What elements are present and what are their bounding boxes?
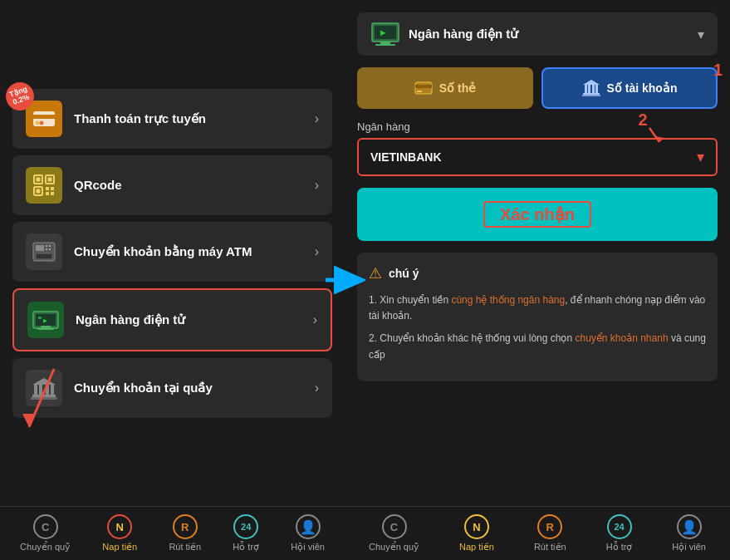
menu-item-label-tai-quay: Chuyển khoản tại quầy [74, 381, 315, 395]
menu-item-label-qrcode: QRcode [74, 178, 315, 192]
menu-item-atm[interactable]: Chuyển khoản bằng máy ATM › [12, 222, 332, 282]
menu-item-label-atm: Chuyển khoản bằng máy ATM [74, 244, 315, 259]
notice-item-1-before: Xin chuyển tiền [380, 294, 451, 306]
nav-chuyen-quy-left[interactable]: C Chuyển quỹ [20, 514, 71, 553]
notice-title: ⚠ chú ý [369, 264, 706, 282]
nav-label-chuyen-quy-right: Chuyển quỹ [369, 542, 419, 553]
svg-rect-12 [46, 192, 49, 195]
confirm-button-label: Xác nhận [483, 201, 591, 228]
bottom-nav-left: C Chuyển quỹ N Nap tiền R Rút tiền 24 Hỗ… [0, 506, 345, 560]
svg-rect-13 [51, 192, 54, 195]
nav-icon-chuyen-quy-right: C [382, 514, 407, 539]
svg-text:▶: ▶ [43, 318, 47, 323]
nav-hoi-vien-left[interactable]: 👤 Hội viên [291, 514, 325, 553]
warning-icon: ⚠ [369, 264, 382, 282]
svg-rect-40 [380, 42, 390, 44]
nav-ho-tro-left[interactable]: 24 Hỗ trợ [233, 514, 259, 553]
nav-hoi-vien-right[interactable]: 👤 Hội viên [672, 514, 706, 553]
svg-rect-45 [417, 91, 422, 92]
nav-nap-tien-left[interactable]: N Nap tiền [102, 514, 137, 553]
nav-icon-nap-tien-left: N [107, 514, 132, 539]
svg-rect-32 [32, 395, 56, 397]
menu-item-tai-quay[interactable]: Chuyển khoản tại quầy › [12, 358, 332, 418]
svg-rect-39 [375, 26, 396, 39]
svg-rect-19 [49, 248, 51, 250]
nav-rut-tien-left[interactable]: R Rút tiền [169, 514, 201, 553]
dropdown-arrow-icon: ▾ [698, 27, 704, 42]
nav-label-hoi-vien-right: Hội viên [672, 542, 706, 553]
nav-label-ho-tro-right: Hỗ trợ [606, 542, 633, 553]
notice-item-2: 2. Chuyển khoản khác hệ thống vui lòng c… [369, 331, 706, 362]
nav-icon-ho-tro-left: 24 [233, 514, 258, 539]
svg-rect-33 [31, 397, 57, 400]
nav-label-chuyen-quy-left: Chuyển quỹ [20, 542, 71, 553]
nav-label-nap-tien-right: Nap tiền [459, 542, 494, 553]
bank-field-label: Ngân hàng [357, 120, 718, 133]
confirm-button[interactable]: Xác nhận [357, 188, 718, 241]
menu-item-icon-tai-quay [26, 370, 62, 406]
arrow-icon-thanh-toan: › [315, 111, 319, 126]
svg-rect-51 [583, 93, 600, 95]
menu-item-label-ngan-hang: Ngân hàng điện tử [76, 312, 313, 327]
notice-box: ⚠ chú ý 1. Xin chuyển tiền cùng hệ thống… [357, 253, 718, 381]
laptop-icon: ▶ [370, 22, 400, 46]
arrow-icon-ngan-hang: › [313, 312, 317, 327]
nav-nap-tien-right[interactable]: N Nap tiền [459, 514, 494, 553]
svg-rect-49 [592, 85, 595, 93]
tab-so-the[interactable]: Số thẻ [357, 67, 533, 109]
menu-item-thanh-toan[interactable]: Tặng0.2% Thanh toán trực tuyến › [12, 89, 332, 149]
svg-rect-20 [36, 253, 52, 259]
nav-rut-tien-right[interactable]: R Rút tiền [534, 514, 566, 553]
notice-item-1-highlight: cùng hệ thống ngân hàng [451, 294, 565, 306]
arrow-icon-tai-quay: › [315, 381, 319, 395]
notice-item-1: 1. Xin chuyển tiền cùng hệ thống ngân hà… [369, 292, 706, 324]
app-container: Tặng0.2% Thanh toán trực tuyến › [0, 0, 730, 560]
svg-rect-25 [38, 317, 42, 319]
tab-so-tai-khoan[interactable]: Số tài khoản 1 [541, 67, 718, 109]
nav-icon-rut-tien-left: R [173, 514, 198, 539]
menu-item-icon-qrcode [26, 167, 62, 204]
svg-rect-7 [48, 177, 52, 181]
svg-rect-50 [595, 85, 598, 93]
tab-so-tai-khoan-label: Số tài khoản [607, 81, 678, 95]
svg-rect-41 [375, 44, 395, 46]
svg-rect-18 [46, 248, 47, 250]
menu-item-icon-atm [26, 233, 62, 270]
right-content: ▶ Ngân hàng điện tử ▾ Số thẻ [345, 0, 730, 506]
bank-select-wrapper: VIETINBANK ▾ 2 [357, 138, 718, 176]
menu-item-ngan-hang[interactable]: ▶ Ngân hàng điện tử › [12, 288, 332, 351]
svg-point-3 [40, 120, 44, 125]
svg-rect-17 [49, 245, 51, 247]
nav-chuyen-quy-right[interactable]: C Chuyển quỹ [369, 514, 419, 553]
tab-row: Số thẻ Số tài khoản 1 [357, 67, 718, 109]
notice-item-2-before: Chuyển khoản khác hệ thống vui lòng chọn [380, 332, 575, 344]
menu-item-label-thanh-toan: Thanh toán trực tuyến [74, 111, 315, 126]
nav-ho-tro-right[interactable]: 24 Hỗ trợ [606, 514, 633, 553]
tab-so-the-label: Số thẻ [439, 81, 476, 95]
nav-label-nap-tien-left: Nap tiền [102, 542, 137, 553]
nav-label-rut-tien-right: Rút tiền [534, 542, 566, 553]
menu-item-icon-ngan-hang: ▶ [27, 302, 64, 338]
svg-rect-16 [46, 245, 47, 247]
menu-list: Tặng0.2% Thanh toán trực tuyến › [0, 0, 345, 506]
svg-rect-48 [588, 85, 590, 93]
arrow-icon-qrcode: › [315, 178, 319, 193]
bank-select[interactable]: VIETINBANK ▾ [357, 138, 718, 176]
notice-item-2-num: 2. [369, 332, 380, 344]
svg-rect-52 [582, 95, 600, 96]
left-panel: Tặng0.2% Thanh toán trực tuyến › [0, 0, 345, 560]
dropdown-label: Ngân hàng điện tử [409, 27, 518, 42]
bank-select-arrow-icon: ▾ [697, 148, 704, 166]
arrow-icon-atm: › [315, 244, 319, 259]
nav-icon-ho-tro-right: 24 [607, 514, 632, 539]
dropdown-left: ▶ Ngân hàng điện tử [370, 22, 518, 46]
bank-type-dropdown[interactable]: ▶ Ngân hàng điện tử ▾ [357, 12, 718, 56]
svg-rect-15 [36, 245, 44, 251]
svg-rect-24 [37, 328, 54, 330]
svg-marker-46 [583, 80, 600, 85]
menu-item-qrcode[interactable]: QRcode › [12, 155, 332, 215]
annotation-1: 1 [713, 61, 723, 80]
bank-field-container: Ngân hàng VIETINBANK ▾ 2 [357, 120, 718, 176]
bank-select-value: VIETINBANK [370, 150, 442, 164]
svg-text:▶: ▶ [380, 29, 386, 37]
